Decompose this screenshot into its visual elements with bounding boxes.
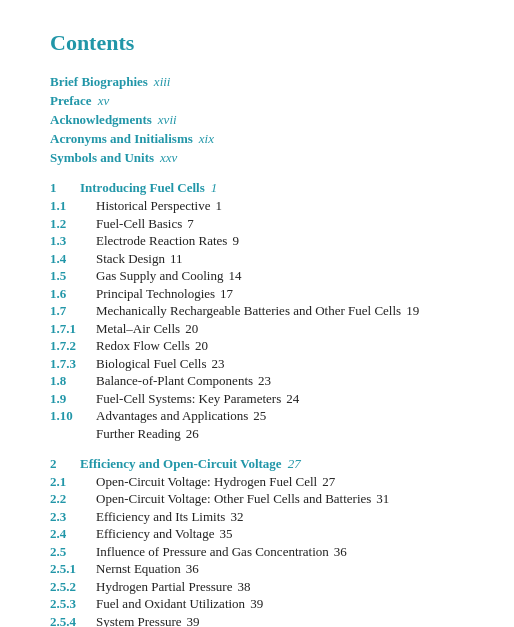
- chapter-page: 27: [288, 456, 301, 472]
- entry-page: 27: [322, 474, 335, 490]
- entry-title: Historical Perspective: [96, 198, 210, 214]
- entry-number: 1.1: [50, 198, 96, 214]
- fm-page: xix: [199, 131, 214, 147]
- entry-title: Electrode Reaction Rates: [96, 233, 227, 249]
- further-reading: Further Reading26: [50, 426, 464, 442]
- entry-title: Metal–Air Cells: [96, 321, 180, 337]
- entry-title: Nernst Equation: [96, 561, 181, 577]
- front-matter-item: Acknowledgmentsxvii: [50, 112, 464, 128]
- entry-page: 39: [250, 596, 263, 612]
- fm-page: xxv: [160, 150, 177, 166]
- entry-title: Open-Circuit Voltage: Other Fuel Cells a…: [96, 491, 371, 507]
- entry-number: 1.10: [50, 408, 96, 424]
- entry-number: 2.3: [50, 509, 96, 525]
- entry-page: 1: [215, 198, 222, 214]
- entry-page: 7: [187, 216, 194, 232]
- entry-number: 2.5.3: [50, 596, 96, 612]
- toc-entry: 2.5.3Fuel and Oxidant Utilization39: [50, 596, 464, 612]
- entry-title: Redox Flow Cells: [96, 338, 190, 354]
- toc-entry: 2.5.1Nernst Equation36: [50, 561, 464, 577]
- entry-title: Principal Technologies: [96, 286, 215, 302]
- entry-title: Influence of Pressure and Gas Concentrat…: [96, 544, 329, 560]
- toc-entry: 1.8Balance-of-Plant Components23: [50, 373, 464, 389]
- entry-page: 17: [220, 286, 233, 302]
- entry-page: 35: [219, 526, 232, 542]
- entry-number: 2.1: [50, 474, 96, 490]
- further-reading-page: 26: [186, 426, 199, 442]
- fm-title: Acronyms and Initialisms: [50, 131, 193, 147]
- entry-number: 1.8: [50, 373, 96, 389]
- entry-title: System Pressure: [96, 614, 182, 628]
- toc-entry: 2.1Open-Circuit Voltage: Hydrogen Fuel C…: [50, 474, 464, 490]
- entry-title: Fuel-Cell Basics: [96, 216, 182, 232]
- toc-entry: 1.10Advantages and Applications25: [50, 408, 464, 424]
- toc-entry: 1.6Principal Technologies17: [50, 286, 464, 302]
- entry-page: 39: [187, 614, 200, 628]
- entry-title: Hydrogen Partial Pressure: [96, 579, 232, 595]
- toc-entry: 2.5.2Hydrogen Partial Pressure38: [50, 579, 464, 595]
- toc-entry: 1.1Historical Perspective1: [50, 198, 464, 214]
- toc-entry: 1.3Electrode Reaction Rates9: [50, 233, 464, 249]
- front-matter-item: Prefacexv: [50, 93, 464, 109]
- entry-number: 1.6: [50, 286, 96, 302]
- chapter-title: Introducing Fuel Cells: [80, 180, 205, 196]
- entry-page: 36: [334, 544, 347, 560]
- entry-page: 36: [186, 561, 199, 577]
- toc-entry: 1.4Stack Design11: [50, 251, 464, 267]
- chapter-2: 2Efficiency and Open-Circuit Voltage272.…: [50, 456, 464, 628]
- chapter-header: 2Efficiency and Open-Circuit Voltage27: [50, 456, 464, 472]
- toc-entry: 1.2Fuel-Cell Basics7: [50, 216, 464, 232]
- entry-number: 1.2: [50, 216, 96, 232]
- entry-number: 2.5.2: [50, 579, 96, 595]
- entry-title: Balance-of-Plant Components: [96, 373, 253, 389]
- entry-page: 20: [185, 321, 198, 337]
- entry-page: 32: [230, 509, 243, 525]
- entry-page: 24: [286, 391, 299, 407]
- chapter-number: 2: [50, 456, 80, 472]
- chapter-number: 1: [50, 180, 80, 196]
- front-matter-item: Symbols and Unitsxxv: [50, 150, 464, 166]
- entry-number: 2.2: [50, 491, 96, 507]
- entry-title: Open-Circuit Voltage: Hydrogen Fuel Cell: [96, 474, 317, 490]
- entry-number: 1.5: [50, 268, 96, 284]
- entry-page: 19: [406, 303, 419, 319]
- entry-title: Efficiency and Voltage: [96, 526, 214, 542]
- entry-page: 9: [232, 233, 239, 249]
- chapter-1: 1Introducing Fuel Cells11.1Historical Pe…: [50, 180, 464, 442]
- entry-page: 31: [376, 491, 389, 507]
- entry-number: 2.5.4: [50, 614, 96, 628]
- entry-number: 1.3: [50, 233, 96, 249]
- entry-page: 11: [170, 251, 183, 267]
- front-matter-item: Acronyms and Initialismsxix: [50, 131, 464, 147]
- entry-title: Gas Supply and Cooling: [96, 268, 223, 284]
- front-matter-section: Brief BiographiesxiiiPrefacexvAcknowledg…: [50, 74, 464, 166]
- entry-page: 23: [258, 373, 271, 389]
- fm-title: Acknowledgments: [50, 112, 152, 128]
- chapter-title: Efficiency and Open-Circuit Voltage: [80, 456, 282, 472]
- fm-title: Brief Biographies: [50, 74, 148, 90]
- fm-page: xvii: [158, 112, 177, 128]
- entry-page: 38: [237, 579, 250, 595]
- entry-page: 25: [253, 408, 266, 424]
- toc-entry: 1.7.3Biological Fuel Cells23: [50, 356, 464, 372]
- entry-number: 1.4: [50, 251, 96, 267]
- entry-page: 23: [212, 356, 225, 372]
- entry-number: 1.7.3: [50, 356, 96, 372]
- entry-title: Mechanically Rechargeable Batteries and …: [96, 303, 401, 319]
- further-reading-title: Further Reading: [96, 426, 181, 442]
- entry-title: Biological Fuel Cells: [96, 356, 207, 372]
- entry-page: 20: [195, 338, 208, 354]
- entry-title: Fuel-Cell Systems: Key Parameters: [96, 391, 281, 407]
- toc-entry: 1.5Gas Supply and Cooling14: [50, 268, 464, 284]
- toc-entry: 1.7.2Redox Flow Cells20: [50, 338, 464, 354]
- toc-entry: 1.7.1Metal–Air Cells20: [50, 321, 464, 337]
- toc-entry: 2.5.4System Pressure39: [50, 614, 464, 628]
- toc-entry: 2.3Efficiency and Its Limits32: [50, 509, 464, 525]
- entry-number: 2.5.1: [50, 561, 96, 577]
- toc-entry: 1.7Mechanically Rechargeable Batteries a…: [50, 303, 464, 319]
- fm-title: Symbols and Units: [50, 150, 154, 166]
- entry-number: 1.7: [50, 303, 96, 319]
- toc-entry: 2.5Influence of Pressure and Gas Concent…: [50, 544, 464, 560]
- entry-title: Advantages and Applications: [96, 408, 248, 424]
- entry-page: 14: [228, 268, 241, 284]
